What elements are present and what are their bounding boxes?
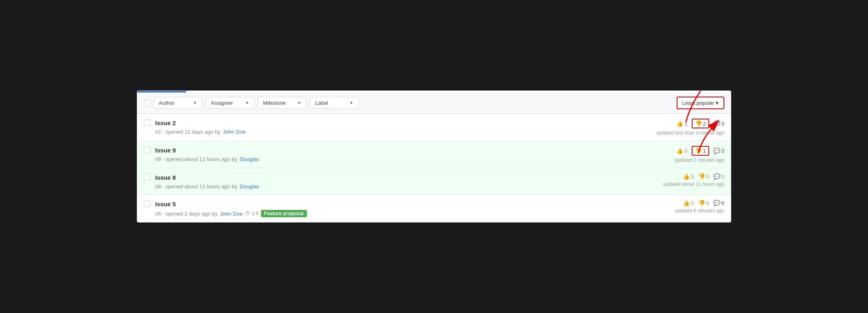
issue-9-thumbsdown: 👎 1	[692, 146, 709, 156]
issue-9-thumbsup-count: 0	[684, 148, 687, 154]
label-chevron-icon: ▼	[349, 101, 353, 105]
issue-8-thumbsdown: 👎 0	[698, 173, 709, 180]
issue-9-author[interactable]: Douglas	[240, 156, 259, 162]
issue-8-comments-count: 0	[721, 174, 724, 180]
issues-list: Issue 2 #2 · opened 12 days ago by John …	[137, 114, 731, 222]
issue-2-checkbox[interactable]	[144, 119, 150, 126]
thumbsdown-icon: 👎	[695, 120, 702, 127]
issue-5-updated: updated 6 minutes ago	[675, 208, 724, 214]
thumbsdown-icon: 👎	[698, 173, 705, 180]
table-row: Issue 5 #5 · opened 2 days ago by John D…	[137, 195, 731, 222]
issue-2-thumbsdown-count: 2	[703, 121, 706, 127]
issue-5-thumbsdown: 👎 0	[698, 200, 709, 206]
milestone-chevron-icon: ▼	[297, 101, 301, 105]
comment-icon: 💬	[713, 173, 720, 180]
issue-8-content: Issue 8 #8 · opened about 11 hours ago b…	[155, 173, 663, 190]
issue-8-stat-icons: 👍 0 👎 0 💬 0	[683, 173, 724, 180]
issue-2-stats: 👍 1 👎 2 💬 3 updated less than a minute a…	[656, 119, 724, 136]
issue-5-thumbsdown-count: 0	[706, 200, 709, 206]
table-row: Issue 8 #8 · opened about 11 hours ago b…	[137, 168, 731, 195]
thumbsup-icon: 👍	[676, 120, 683, 127]
issue-5-comments-count: 6	[721, 200, 724, 206]
comment-icon: 💬	[713, 200, 720, 206]
assignee-chevron-icon: ▼	[245, 101, 249, 105]
comment-icon: 💬	[713, 148, 720, 154]
label-filter-label: Label	[315, 100, 328, 106]
issue-2-comments-count: 3	[721, 121, 724, 127]
sort-label: Least popular ▾	[682, 100, 719, 106]
issue-5-milestone: ⏱ 1.0	[245, 211, 259, 216]
issue-5-content: Issue 5 #5 · opened 2 days ago by John D…	[155, 200, 675, 217]
milestone-clock-icon: ⏱	[245, 211, 250, 216]
issue-2-thumbsup: 👍 1	[676, 120, 687, 127]
thumbsdown-icon: 👎	[695, 148, 702, 154]
issue-9-thumbsup: 👍 0	[676, 148, 687, 154]
issue-9-stat-icons: 👍 0 👎 1 💬 3	[676, 146, 724, 156]
issue-2-stat-icons: 👍 1 👎 2 💬 3	[676, 119, 724, 128]
thumbsup-icon: 👍	[683, 173, 690, 180]
filter-bar: Author ▼ Assignee ▼ Milestone ▼ Label ▼ …	[137, 93, 731, 114]
issue-2-thumbsup-count: 1	[684, 121, 687, 127]
issue-9-title[interactable]: Issue 9	[155, 146, 675, 154]
issue-5-stat-icons: 👍 0 👎 0 💬 6	[683, 200, 724, 206]
issue-5-label: Feature proposal	[261, 210, 307, 217]
issue-2-thumbsdown: 👎 2	[692, 119, 709, 128]
issue-2-meta-text: #2 · opened 12 days ago by	[155, 129, 220, 135]
issue-9-checkbox[interactable]	[144, 147, 150, 153]
issue-2-content: Issue 2 #2 · opened 12 days ago by John …	[155, 119, 656, 135]
issue-9-comments-count: 3	[721, 148, 724, 154]
issue-8-thumbsdown-count: 0	[706, 174, 709, 180]
issue-5-title[interactable]: Issue 5	[155, 200, 675, 208]
comment-icon: 💬	[713, 120, 720, 127]
table-row: Issue 9 #9 · opened about 11 hours ago b…	[137, 141, 731, 168]
issue-9-meta: #9 · opened about 11 hours ago by Dougla…	[155, 156, 675, 162]
issue-9-comments: 💬 3	[713, 148, 724, 154]
table-row: Issue 2 #2 · opened 12 days ago by John …	[137, 114, 731, 141]
issue-9-meta-text: #9 · opened about 11 hours ago by	[155, 156, 237, 162]
select-all-checkbox[interactable]	[144, 100, 150, 106]
issue-2-updated: updated less than a minute ago	[656, 130, 724, 136]
assignee-filter-label: Assignee	[211, 100, 232, 106]
sort-button[interactable]: Least popular ▾	[677, 97, 724, 109]
issue-8-thumbsup: 👍 0	[683, 173, 694, 180]
issue-8-comments: 💬 0	[713, 173, 724, 180]
issue-9-updated: updated 2 minutes ago	[675, 157, 724, 163]
label-filter[interactable]: Label ▼	[310, 97, 359, 109]
issue-9-thumbsdown-count: 1	[703, 148, 706, 154]
issue-9-stats: 👍 0 👎 1 💬 3 updated 2 minutes ago	[675, 146, 724, 163]
issue-2-meta: #2 · opened 12 days ago by John Doe	[155, 129, 656, 135]
issue-5-stats: 👍 0 👎 0 💬 6 updated 6 minutes ago	[675, 200, 724, 214]
issue-9-content: Issue 9 #9 · opened about 11 hours ago b…	[155, 146, 675, 162]
issue-8-thumbsup-count: 0	[691, 174, 694, 180]
issue-5-author[interactable]: John Doe	[220, 211, 243, 217]
issues-container: Author ▼ Assignee ▼ Milestone ▼ Label ▼ …	[137, 90, 731, 223]
milestone-filter-label: Milestone	[263, 100, 286, 106]
issue-5-milestone-value: 1.0	[252, 211, 259, 216]
milestone-filter[interactable]: Milestone ▼	[258, 97, 307, 109]
thumbsup-icon: 👍	[676, 148, 683, 154]
issue-2-comments: 💬 3	[713, 120, 724, 127]
issue-8-meta-text: #8 · opened about 11 hours ago by	[155, 183, 237, 190]
assignee-filter[interactable]: Assignee ▼	[206, 97, 254, 109]
issue-5-meta-text: #5 · opened 2 days ago by	[155, 211, 217, 217]
issue-8-stats: 👍 0 👎 0 💬 0 updated about 11 hours ago	[663, 173, 724, 187]
issue-8-title[interactable]: Issue 8	[155, 173, 663, 182]
issue-5-thumbsup: 👍 0	[683, 200, 694, 206]
issue-8-checkbox[interactable]	[144, 174, 150, 181]
issue-5-checkbox[interactable]	[144, 201, 150, 207]
author-chevron-icon: ▼	[193, 101, 197, 105]
author-filter[interactable]: Author ▼	[153, 97, 202, 109]
issue-5-meta: #5 · opened 2 days ago by John Doe ⏱ 1.0…	[155, 210, 675, 217]
issue-8-author[interactable]: Douglas	[240, 183, 259, 190]
issue-5-thumbsup-count: 0	[691, 200, 694, 206]
issue-2-title[interactable]: Issue 2	[155, 119, 656, 127]
issue-8-updated: updated about 11 hours ago	[663, 181, 724, 187]
thumbsup-icon: 👍	[683, 200, 690, 206]
thumbsdown-icon: 👎	[698, 200, 705, 206]
issue-8-meta: #8 · opened about 11 hours ago by Dougla…	[155, 183, 663, 190]
issue-2-author[interactable]: John Doe	[223, 129, 245, 135]
author-filter-label: Author	[159, 100, 174, 106]
issue-5-comments: 💬 6	[713, 200, 724, 206]
